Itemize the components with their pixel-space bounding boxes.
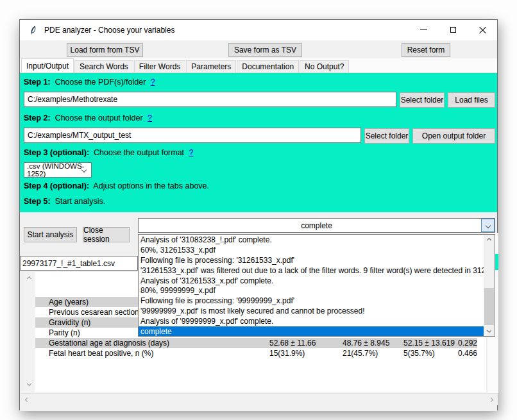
save-form-tsv-button[interactable]: Save form as TSV (228, 43, 302, 57)
status-dropdown-button[interactable] (481, 219, 495, 232)
app-window: PDE analyzer - Choose your variables Loa… (19, 19, 498, 410)
scroll-down-button[interactable] (484, 325, 495, 336)
step1-select-folder-button[interactable]: Select folder (400, 92, 445, 108)
scroll-up-button[interactable] (24, 273, 35, 283)
scroll-left-button[interactable] (22, 394, 33, 406)
maximize-button[interactable] (438, 20, 468, 40)
minimize-button[interactable] (409, 20, 438, 40)
log-item[interactable]: 80%, 99999999_x.pdf (139, 285, 484, 296)
log-item[interactable]: '31261533_x.pdf' was filtered out due to… (139, 265, 484, 276)
minimize-icon (420, 29, 427, 30)
step5-label: Step 5: Start analysis. (24, 197, 105, 206)
scrollbar-thumb[interactable] (484, 288, 494, 326)
maximize-icon (450, 27, 456, 33)
table-row[interactable]: Fetal heart beat positive, n (%) 15(31.9… (35, 348, 477, 358)
step2-label: Step 2: Choose the output folder ? (24, 113, 152, 122)
chevron-up-icon (27, 276, 31, 280)
load-form-tsv-button[interactable]: Load form from TSV (67, 43, 143, 57)
step3-number: Step 3 (optional): (24, 148, 89, 157)
status-dropdown-list: Analysis of '31083238_!.pdf' complete. 6… (138, 234, 495, 337)
step5-number: Step 5: (24, 197, 51, 206)
step1-help-link[interactable]: ? (151, 78, 155, 87)
log-item-selected[interactable]: complete (139, 326, 484, 336)
step2-number: Step 2: (24, 113, 51, 122)
row-label: Previous cesarean section (n) (49, 308, 151, 317)
output-folder-input[interactable]: C:/examples/MTX_output_test (24, 128, 361, 143)
input-output-pane: Step 1: Choose the PDF(s)/folder ? C:/ex… (20, 72, 497, 212)
table-row[interactable]: Gestational age at diagnosis (days) 52.6… (35, 338, 477, 348)
tab-parameters[interactable]: Parameters (186, 60, 236, 72)
step1-label: Step 1: Choose the PDF(s)/folder ? (24, 78, 155, 87)
row-label: Fetal heart beat positive, n (%) (49, 349, 153, 358)
log-item[interactable]: Analysis of '31261533_x.pdf' complete. (139, 276, 484, 286)
dropdown-scrollbar[interactable] (484, 235, 495, 336)
load-files-button[interactable]: Load files (448, 92, 495, 108)
step4-label: Step 4 (optional): Adjust options in the… (24, 181, 209, 190)
log-item[interactable]: Analysis of '31083238_!.pdf' complete. (139, 235, 484, 245)
status-combobox[interactable]: complete (138, 218, 495, 233)
row-label: Parity (n) (49, 328, 80, 337)
tab-filter-words[interactable]: Filter Words (134, 60, 185, 72)
row-label: Age (years) (49, 298, 89, 307)
chevron-left-icon (25, 398, 30, 402)
open-output-folder-button[interactable]: Open output folder (412, 128, 495, 144)
result-file-item[interactable]: 29973177_!_#1_table1.csv (20, 256, 138, 271)
step4-text: Adjust options in the tabs above. (93, 181, 209, 190)
step1-text: Choose the PDF(s)/folder (55, 78, 146, 87)
status-selected-value: complete (139, 219, 495, 232)
form-toolbar: Load form from TSV Save form as TSV Rese… (20, 40, 497, 58)
chevron-down-icon (27, 381, 31, 385)
chevron-right-icon (489, 398, 493, 402)
close-icon (479, 26, 486, 33)
step2-select-folder-button[interactable]: Select folder (364, 128, 409, 144)
close-session-button[interactable]: Close session (83, 227, 130, 242)
scroll-down-button[interactable] (24, 378, 35, 389)
step3-help-link[interactable]: ? (189, 148, 194, 157)
scroll-right-button[interactable] (486, 394, 496, 406)
notebook-tabstrip: Input/Output Search Words Filter Words P… (20, 58, 497, 72)
tab-input-output[interactable]: Input/Output (21, 58, 74, 72)
log-item[interactable]: Following file is processing: '31261533_… (139, 255, 484, 265)
tab-no-output[interactable]: No Output? (300, 60, 349, 72)
step3-text: Choose the output format (94, 148, 184, 157)
chevron-up-icon (487, 238, 491, 242)
pdf-folder-input[interactable]: C:/examples/Methotrexate (24, 92, 396, 107)
log-item[interactable]: Analysis of '99999999_x.pdf' complete. (139, 316, 484, 326)
horizontal-scrollbar[interactable] (21, 393, 498, 405)
output-format-combobox[interactable]: .csv (WINDOWS-1252) (24, 162, 92, 178)
table-vertical-scrollbar[interactable] (24, 272, 35, 392)
step1-number: Step 1: (24, 78, 51, 87)
log-item[interactable]: 60%, 31261533_x.pdf (139, 245, 484, 255)
step5-text: Start analysis. (55, 197, 106, 206)
log-item[interactable]: '99999999_x.pdf' is most likely secured … (139, 306, 484, 316)
window-title: PDE analyzer - Choose your variables (44, 26, 174, 35)
tab-search-words[interactable]: Search Words (74, 60, 133, 72)
title-bar[interactable]: PDE analyzer - Choose your variables (20, 20, 497, 40)
step3-label: Step 3 (optional): Choose the output for… (24, 148, 194, 157)
scroll-up-button[interactable] (484, 235, 495, 246)
row-label: Gestational age at diagnosis (days) (49, 339, 169, 348)
row-label: Gravidity (n) (49, 318, 90, 327)
start-analysis-button[interactable]: Start analysis (24, 227, 77, 242)
chevron-down-icon (485, 223, 490, 228)
step2-help-link[interactable]: ? (148, 113, 152, 122)
reset-form-button[interactable]: Reset form (402, 43, 450, 57)
log-item[interactable]: Following file is processing: '99999999_… (139, 296, 484, 306)
step2-text: Choose the output folder (55, 113, 143, 122)
tab-documentation[interactable]: Documentation (237, 60, 299, 72)
feather-app-icon (28, 25, 38, 35)
step4-number: Step 4 (optional): (24, 181, 89, 190)
close-button[interactable] (468, 20, 497, 40)
chevron-down-icon (487, 328, 491, 333)
